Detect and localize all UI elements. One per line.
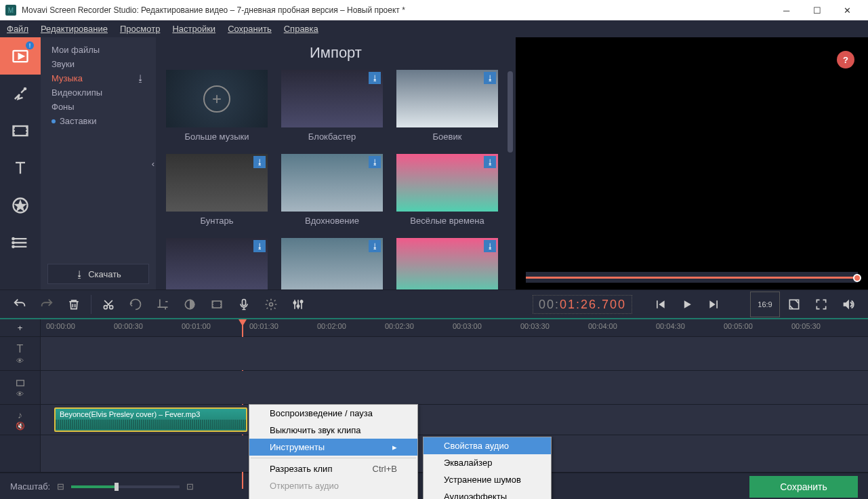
video-preview[interactable] bbox=[516, 37, 868, 272]
delete-button[interactable] bbox=[61, 292, 87, 317]
rotate-button[interactable] bbox=[123, 292, 148, 317]
ctx-noise-removal[interactable]: Устранение шумов bbox=[423, 471, 551, 488]
volume-button[interactable] bbox=[835, 292, 861, 317]
media-card[interactable]: ⭳ bbox=[396, 238, 498, 290]
minimize-button[interactable]: ─ bbox=[771, 0, 802, 20]
add-track-button[interactable]: + bbox=[0, 319, 41, 336]
category-intros[interactable]: Заставки bbox=[41, 114, 156, 128]
aspect-ratio-button[interactable]: 16:9 bbox=[750, 292, 780, 317]
media-card[interactable]: ⭳Боевик bbox=[396, 70, 498, 142]
transitions-tab[interactable] bbox=[0, 112, 41, 149]
save-button[interactable]: Сохранить bbox=[749, 476, 858, 498]
media-card[interactable]: +Больше музыки bbox=[166, 70, 268, 142]
zoom-fit-icon[interactable]: ⊡ bbox=[186, 481, 194, 492]
media-thumb[interactable]: ⭳ bbox=[396, 70, 498, 127]
titles-tab[interactable] bbox=[0, 149, 41, 186]
track-header[interactable]: T 👁 bbox=[0, 337, 41, 370]
timeline-ruler[interactable]: + 00:00:00 00:00:30 00:01:00 00:01:30 00… bbox=[0, 318, 868, 337]
svg-rect-12 bbox=[212, 301, 221, 308]
track-header[interactable]: 👁 bbox=[0, 371, 41, 404]
import-tab[interactable]: ! bbox=[0, 37, 41, 75]
help-button[interactable]: ? bbox=[837, 51, 854, 68]
media-thumb[interactable]: ⭳ bbox=[281, 154, 383, 212]
ctx-equalizer[interactable]: Эквалайзер bbox=[423, 454, 551, 471]
fullscreen-button[interactable] bbox=[808, 292, 834, 317]
media-card[interactable]: ⭳ bbox=[166, 238, 268, 290]
menu-edit[interactable]: Редактирование bbox=[41, 24, 108, 34]
category-videoclips[interactable]: Видеоклипы bbox=[41, 85, 156, 100]
mic-button[interactable] bbox=[231, 292, 257, 317]
settings-button[interactable] bbox=[258, 292, 284, 317]
download-button[interactable]: ⭳Скачать bbox=[47, 264, 149, 284]
menu-file[interactable]: Файл bbox=[7, 24, 28, 34]
category-music[interactable]: Музыка⭳ bbox=[41, 71, 156, 85]
mute-icon[interactable]: 🔇 bbox=[16, 422, 25, 431]
visibility-icon[interactable]: 👁 bbox=[16, 390, 24, 398]
ctx-detect-beats[interactable]: Распознать биты bbox=[249, 494, 417, 499]
more-tab[interactable] bbox=[0, 224, 41, 261]
svg-point-8 bbox=[12, 245, 14, 247]
clip-props-button[interactable] bbox=[204, 292, 230, 317]
ruler-tick: 00:00:30 bbox=[114, 322, 143, 330]
ruler-tick: 00:02:00 bbox=[317, 322, 346, 330]
svg-point-17 bbox=[300, 300, 302, 302]
media-thumb[interactable]: ⭳ bbox=[396, 154, 498, 212]
redo-button[interactable] bbox=[34, 292, 60, 317]
cut-button[interactable] bbox=[96, 292, 121, 317]
play-button[interactable] bbox=[674, 292, 700, 317]
zoom-slider[interactable] bbox=[71, 485, 180, 488]
svg-marker-1 bbox=[19, 54, 24, 58]
menu-save[interactable]: Сохранить bbox=[228, 24, 272, 34]
close-button[interactable]: ✕ bbox=[832, 0, 863, 20]
media-card[interactable]: ⭳Блокбастер bbox=[281, 70, 383, 142]
next-button[interactable] bbox=[701, 292, 727, 317]
ctx-mute-clip[interactable]: Выключить звук клипа bbox=[249, 422, 417, 439]
equalizer-button[interactable] bbox=[285, 292, 311, 317]
stickers-tab[interactable] bbox=[0, 186, 41, 224]
media-card[interactable]: ⭳Вдохновение bbox=[281, 154, 383, 226]
ctx-audio-props[interactable]: Свойства аудио bbox=[423, 437, 551, 454]
visibility-icon[interactable]: 👁 bbox=[16, 357, 24, 365]
media-card[interactable]: ⭳ bbox=[281, 238, 383, 290]
menu-settings[interactable]: Настройки bbox=[172, 24, 215, 34]
category-backgrounds[interactable]: Фоны bbox=[41, 100, 156, 114]
ctx-split-clip[interactable]: Разрезать клипCtrl+B bbox=[249, 460, 417, 477]
progress-handle[interactable] bbox=[853, 274, 861, 282]
media-card[interactable]: ⭳Бунтарь bbox=[166, 154, 268, 226]
media-thumb[interactable]: ⭳ bbox=[166, 238, 268, 290]
media-thumb[interactable]: ⭳ bbox=[166, 154, 268, 212]
audio-clip[interactable]: Beyonce(Elvis Presley cover) – Fever.mp3 bbox=[54, 407, 247, 432]
prev-button[interactable] bbox=[647, 292, 673, 317]
preview-progress[interactable] bbox=[526, 272, 858, 283]
zoom-handle[interactable] bbox=[115, 483, 119, 491]
filters-tab[interactable] bbox=[0, 75, 41, 112]
track-body[interactable] bbox=[41, 337, 868, 370]
crop-button[interactable] bbox=[150, 292, 175, 317]
track-header[interactable]: ♪ 🔇 bbox=[0, 405, 41, 435]
media-thumb[interactable]: ⭳ bbox=[281, 238, 383, 290]
undo-button[interactable] bbox=[7, 292, 33, 317]
zoom-out-icon[interactable]: ⊟ bbox=[57, 481, 64, 492]
media-thumb[interactable]: ⭳ bbox=[281, 70, 383, 127]
menu-view[interactable]: Просмотр bbox=[120, 24, 160, 34]
category-sounds[interactable]: Звуки bbox=[41, 57, 156, 71]
menu-help[interactable]: Справка bbox=[284, 24, 318, 34]
ctx-tools[interactable]: Инструменты▸ bbox=[249, 439, 417, 456]
maximize-button[interactable]: ☐ bbox=[802, 0, 832, 20]
ctx-play-pause[interactable]: Воспроизведение / пауза bbox=[249, 405, 417, 422]
more-music-thumb[interactable]: + bbox=[166, 70, 268, 127]
titlebar: M Movavi Screen Recorder Studio: Редакти… bbox=[0, 0, 868, 20]
ctx-audio-effects[interactable]: Аудиоэффекты bbox=[423, 488, 551, 499]
category-my-files[interactable]: Мои файлы bbox=[41, 43, 156, 57]
media-thumb[interactable]: ⭳ bbox=[396, 238, 498, 290]
media-card[interactable]: ⭳Весёлые времена bbox=[396, 154, 498, 226]
audio-track-icon: ♪ bbox=[18, 410, 22, 420]
track-body[interactable]: Beyonce(Elvis Presley cover) – Fever.mp3 bbox=[41, 405, 868, 435]
track-header[interactable] bbox=[0, 435, 41, 472]
timecode-display[interactable]: 00:01:26.700 bbox=[533, 295, 632, 314]
content-scrollbar[interactable] bbox=[508, 71, 513, 153]
color-button[interactable] bbox=[177, 292, 203, 317]
track-body[interactable] bbox=[41, 371, 868, 404]
category-panel: Мои файлы Звуки Музыка⭳ Видеоклипы Фоны … bbox=[41, 37, 156, 290]
detach-button[interactable] bbox=[781, 292, 807, 317]
